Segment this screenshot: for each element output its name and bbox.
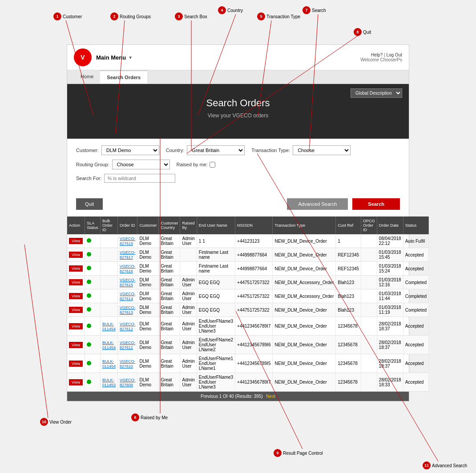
- order-id-link[interactable]: VGECO-827614: [120, 292, 136, 301]
- order-id-link[interactable]: VGECO-827619: [120, 236, 136, 246]
- cell-country: Great Britain: [159, 289, 180, 303]
- cell-status: Accepted: [403, 262, 428, 276]
- main-menu[interactable]: Main Menu ▼: [96, 54, 133, 61]
- bulk-order-link[interactable]: BULK-011454: [102, 341, 116, 350]
- cell-raised-by: Admin User: [180, 336, 197, 354]
- cell-customer: DLM Demo: [137, 317, 159, 336]
- logout-link[interactable]: Log Out: [386, 52, 402, 57]
- cell-end-user: Firstname Last name: [197, 248, 235, 262]
- next-page-link[interactable]: Next: [266, 394, 275, 399]
- view-button[interactable]: View: [69, 342, 83, 348]
- welcome-text: Welcome ChooserPs: [360, 57, 402, 62]
- pagination-text: Previous 1 Of 40 (Results: 395): [201, 394, 263, 399]
- cell-country: Great Britain: [159, 317, 180, 336]
- cell-country: Great Britain: [159, 336, 180, 354]
- view-button[interactable]: View: [69, 279, 83, 285]
- cell-status: Completed: [403, 289, 428, 303]
- cell-country: Great Britain: [159, 303, 180, 317]
- raised-by-me-checkbox[interactable]: [210, 162, 215, 168]
- cell-bulk: [100, 234, 117, 248]
- cell-msisdn: +447517257322: [235, 303, 273, 317]
- cell-msisdn: +44998877664: [235, 262, 273, 276]
- order-id-link[interactable]: VGECO-827611: [120, 341, 136, 350]
- advanced-search-button[interactable]: Advanced Search: [287, 198, 348, 210]
- view-button[interactable]: View: [69, 293, 83, 299]
- order-id-link[interactable]: VGECO-827613: [120, 305, 136, 315]
- search-for-input[interactable]: [104, 174, 175, 183]
- bulk-order-link[interactable]: BULK-011453: [102, 378, 116, 387]
- transaction-type-select[interactable]: Choose: [293, 145, 351, 155]
- results-table: Action SLA Status Bulk Order ID Order ID…: [67, 216, 429, 392]
- country-select[interactable]: Great Britain: [187, 145, 245, 155]
- quit-button[interactable]: Quit: [76, 198, 103, 210]
- view-button[interactable]: View: [69, 265, 83, 272]
- col-status: Status: [403, 216, 428, 234]
- cell-transaction: NEW_DLM_Device_Order: [273, 373, 336, 392]
- view-button[interactable]: View: [69, 252, 83, 258]
- cell-status: Completed: [403, 276, 428, 289]
- hero-section: Global Description Search Orders View yo…: [67, 84, 409, 139]
- cell-raised-by: [180, 262, 197, 276]
- nav-search-orders[interactable]: Search Orders: [100, 70, 147, 84]
- annotation-2: 2 Routing Groups: [110, 12, 151, 20]
- table-row: View VGECO-827614 DLM Demo Great Britain…: [67, 289, 429, 303]
- col-msisdn: MSISDN: [235, 216, 273, 234]
- cell-customer: DLM Demo: [137, 276, 159, 289]
- routing-group-select[interactable]: Choose: [112, 160, 170, 169]
- sla-dot: [87, 342, 91, 347]
- col-order-date: Order Date: [377, 216, 403, 234]
- bulk-order-link[interactable]: BULK-011454: [102, 322, 116, 331]
- cell-order-date: 01/03/2018 11:44: [377, 289, 403, 303]
- annotation-6: 6 Raised by Me: [131, 413, 168, 421]
- cell-sla: [85, 276, 101, 289]
- view-button[interactable]: View: [69, 323, 83, 329]
- cell-end-user: EndUserFName1 EndUser LName1: [197, 354, 235, 373]
- cell-msisdn: +44123456789I6: [235, 336, 273, 354]
- order-id-link[interactable]: VGECO-827616: [120, 264, 136, 273]
- cell-transaction: NEW_DLM_Device_Order: [273, 336, 336, 354]
- cell-opco: [361, 373, 377, 392]
- table-row: View VGECO-827615 DLM Demo Great Britain…: [67, 276, 429, 289]
- cell-sla: [85, 336, 101, 354]
- view-button[interactable]: View: [69, 379, 83, 385]
- customer-select[interactable]: DLM Demo: [101, 145, 159, 155]
- annotation-1: 1 Customer: [53, 12, 82, 20]
- cell-country: Great Britain: [159, 373, 180, 392]
- cell-end-user: EGQ EGQ: [197, 303, 235, 317]
- order-id-link[interactable]: VGECO-827612: [120, 322, 136, 331]
- cell-raised-by: [180, 248, 197, 262]
- view-button[interactable]: View: [69, 307, 83, 313]
- col-action: Action: [67, 216, 85, 234]
- cell-end-user: EndUserFName3 EndUser LName3: [197, 317, 235, 336]
- cell-customer: DLM Demo: [137, 289, 159, 303]
- sla-dot: [87, 252, 91, 257]
- search-button[interactable]: Search: [352, 198, 400, 210]
- cell-cust-ref: 12345678: [336, 317, 361, 336]
- view-button[interactable]: View: [69, 361, 83, 367]
- order-id-link[interactable]: VGECO-827609: [120, 378, 136, 387]
- bulk-order-link[interactable]: BULK-011454: [102, 359, 116, 369]
- transaction-type-group: Transaction Type: Choose: [251, 145, 351, 155]
- order-id-link[interactable]: VGECO-827610: [120, 359, 136, 369]
- cell-cust-ref: REF12345: [336, 248, 361, 262]
- cell-opco: [361, 303, 377, 317]
- nav-bar: Home Search Orders: [67, 70, 409, 84]
- pagination-bar: Previous 1 Of 40 (Results: 395) Next: [67, 392, 409, 401]
- cell-end-user: 1 1: [197, 234, 235, 248]
- sla-dot: [87, 307, 91, 312]
- table-row: View BULK-011454 VGECO-827610 DLM Demo G…: [67, 354, 429, 373]
- cell-customer: DLM Demo: [137, 248, 159, 262]
- header-right: Help? | Log Out Welcome ChooserPs: [360, 52, 402, 62]
- view-button[interactable]: View: [69, 238, 83, 244]
- cell-raised-by: Admin User: [180, 234, 197, 248]
- global-description-select[interactable]: Global Description: [351, 88, 402, 98]
- hero-dropdown[interactable]: Global Description: [351, 88, 402, 98]
- cell-action: View: [67, 317, 85, 336]
- order-id-link[interactable]: VGECO-827615: [120, 278, 136, 287]
- nav-home[interactable]: Home: [74, 70, 100, 84]
- help-link[interactable]: Help?: [371, 52, 383, 57]
- cell-end-user: EGQ EGQ: [197, 289, 235, 303]
- cell-status: Accepted: [403, 317, 428, 336]
- search-for-label: Search For:: [76, 176, 101, 181]
- order-id-link[interactable]: VGECO-827617: [120, 250, 136, 260]
